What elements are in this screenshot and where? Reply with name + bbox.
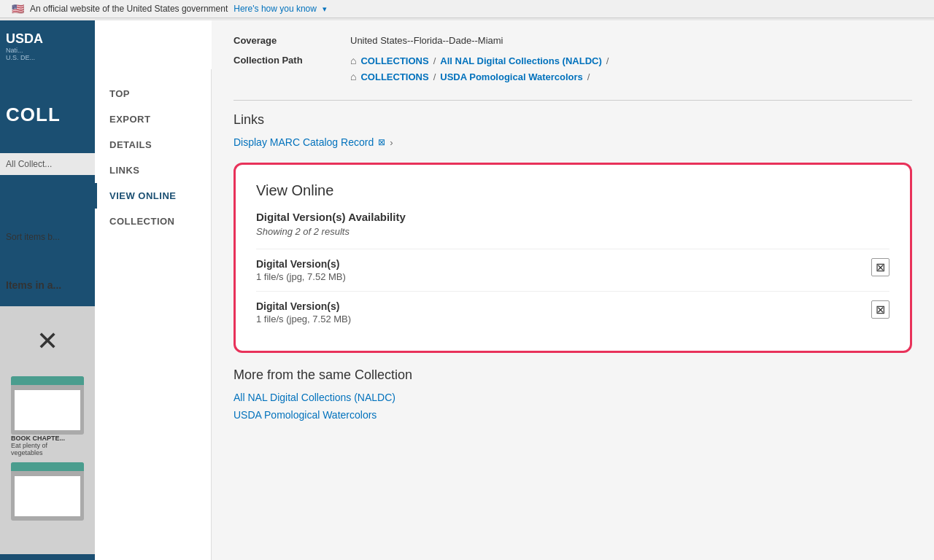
marc-link-text: Display MARC Catalog Record: [234, 136, 374, 148]
how-to-know-link[interactable]: Here's how you know: [234, 4, 317, 14]
nav-view-online[interactable]: VIEW ONLINE: [95, 183, 211, 209]
gov-banner: 🇺🇸 An official website of the United Sta…: [0, 0, 934, 18]
breadcrumb-line-2: ⌂ COLLECTIONS / USDA Pomological Waterco…: [350, 71, 609, 82]
nav-export[interactable]: EXPORT: [95, 106, 211, 132]
breadcrumb-sep-4: /: [587, 71, 590, 82]
more-naldc-link[interactable]: All NAL Digital Collections (NALDC): [234, 392, 912, 403]
coll-heading: COLL: [0, 95, 95, 135]
secondary-nav: TOP EXPORT DETAILS LINKS VIEW ONLINE COL…: [95, 69, 212, 560]
view-online-title: View Online: [256, 182, 889, 199]
coverage-value: United States--Florida--Dade--Miami: [350, 35, 503, 46]
usda-logo: USDA Nati...U.S. DE...: [6, 31, 43, 61]
digital-version-row-1: Digital Version(s) 1 file/s (jpg, 7.52 M…: [256, 249, 889, 291]
chevron-right-icon: ›: [390, 137, 393, 148]
x-mark-icon: ✕: [36, 326, 58, 357]
all-collect-text: All Collect...: [0, 153, 95, 175]
collections-link-1[interactable]: COLLECTIONS: [360, 55, 428, 66]
coverage-row: Coverage United States--Florida--Dade--M…: [234, 35, 912, 46]
breadcrumb-sep-2: /: [606, 55, 609, 66]
usda-header: USDA Nati...U.S. DE...: [0, 20, 95, 71]
home-icon-2: ⌂: [350, 71, 356, 82]
links-section-title: Links: [234, 112, 912, 128]
book-thumbnail: [11, 376, 84, 435]
coll-heading-text: COLL: [6, 104, 61, 125]
teal-bar-2: [11, 462, 84, 471]
book-content: [15, 390, 80, 430]
main-content: Coverage United States--Florida--Dade--M…: [212, 20, 934, 560]
divider-1: [234, 100, 912, 101]
dv-meta-2: 1 file/s (jpeg, 7.52 MB): [256, 314, 351, 324]
dv-external-link-2[interactable]: ⊠: [871, 300, 889, 319]
collection-path-row: Collection Path ⌂ COLLECTIONS / All NAL …: [234, 55, 912, 82]
dv-external-link-1[interactable]: ⊠: [871, 258, 889, 276]
naldc-link[interactable]: All NAL Digital Collections (NALDC): [440, 55, 601, 66]
digital-availability-title: Digital Version(s) Availability: [256, 211, 889, 223]
thumbnail-3: [11, 462, 84, 521]
more-collection-title: More from the same Collection: [234, 368, 912, 383]
thumbnail-1: ✕: [11, 312, 84, 370]
usda-subtitle: Nati...U.S. DE...: [6, 47, 43, 61]
teal-bar: [11, 376, 84, 385]
book-title: Eat plenty ofvegetables: [11, 442, 84, 456]
items-in-label: Items in a...: [0, 273, 95, 297]
collection-path-values: ⌂ COLLECTIONS / All NAL Digital Collecti…: [350, 55, 609, 82]
breadcrumb-line-1: ⌂ COLLECTIONS / All NAL Digital Collecti…: [350, 55, 609, 66]
dv-info-2: Digital Version(s) 1 file/s (jpeg, 7.52 …: [256, 300, 351, 324]
flag-icon: 🇺🇸: [12, 3, 24, 15]
nav-details[interactable]: DETAILS: [95, 132, 211, 158]
dv-title-1: Digital Version(s): [256, 258, 346, 270]
nav-top[interactable]: TOP: [95, 81, 211, 106]
marc-catalog-link[interactable]: Display MARC Catalog Record ⊠ ›: [234, 136, 912, 148]
gov-text: An official website of the United States…: [30, 4, 228, 14]
dv-meta-1: 1 file/s (jpg, 7.52 MB): [256, 271, 346, 282]
showing-results: Showing 2 of 2 results: [256, 226, 889, 237]
usda-logo-text: USDA: [6, 31, 43, 47]
nav-links[interactable]: LINKS: [95, 158, 211, 183]
book-chapter-label: BOOK CHAPTE...: [11, 435, 84, 442]
coverage-label: Coverage: [234, 35, 336, 46]
dv-info-1: Digital Version(s) 1 file/s (jpg, 7.52 M…: [256, 258, 346, 282]
collection-path-label: Collection Path: [234, 55, 336, 82]
view-online-box: View Online Digital Version(s) Availabil…: [234, 163, 912, 353]
thumbnail-2: BOOK CHAPTE... Eat plenty ofvegetables: [11, 376, 84, 456]
home-icon-1: ⌂: [350, 55, 356, 66]
collections-link-2[interactable]: COLLECTIONS: [360, 71, 428, 82]
dv-title-2: Digital Version(s): [256, 300, 351, 312]
thumbnail-area: ✕ BOOK CHAPTE... Eat plenty ofvegetables: [0, 306, 95, 554]
pomological-link[interactable]: USDA Pomological Watercolors: [440, 71, 583, 82]
more-pomological-link[interactable]: USDA Pomological Watercolors: [234, 409, 912, 421]
digital-version-row-2: Digital Version(s) 1 file/s (jpeg, 7.52 …: [256, 291, 889, 333]
chevron-icon: ▾: [323, 4, 327, 14]
breadcrumb-sep-1: /: [433, 55, 436, 66]
doc-content: [15, 476, 80, 516]
breadcrumb-sep-3: /: [433, 71, 436, 82]
external-link-icon-marc: ⊠: [378, 137, 385, 147]
nav-collection[interactable]: COLLECTION: [95, 209, 211, 234]
sort-items-text: Sort items b...: [0, 226, 95, 248]
